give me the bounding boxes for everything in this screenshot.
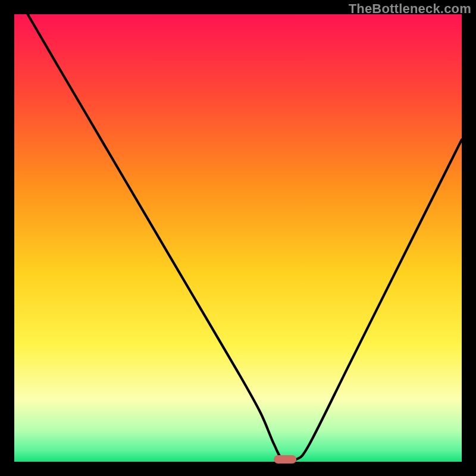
plot-area — [14, 14, 462, 462]
bottleneck-curve — [14, 14, 462, 462]
optimum-marker — [274, 455, 296, 464]
chart-frame: TheBottleneck.com — [0, 0, 476, 476]
